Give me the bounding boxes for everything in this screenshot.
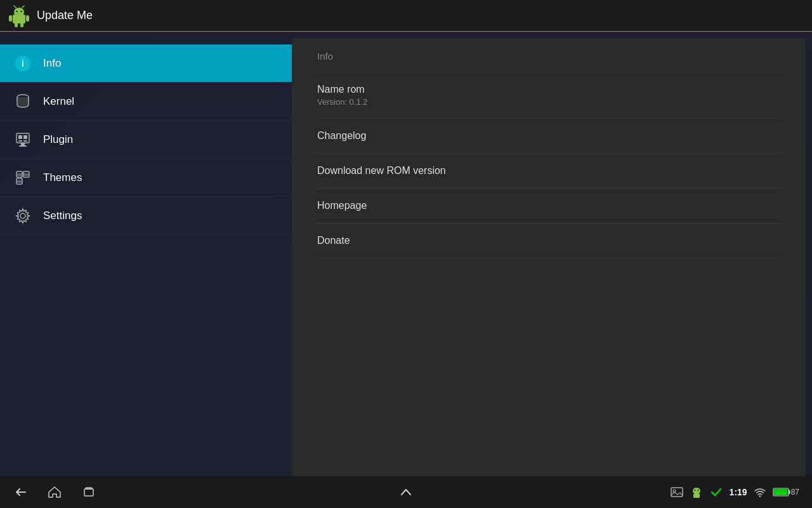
svg-rect-12	[18, 135, 22, 139]
svg-rect-13	[23, 135, 27, 139]
item-subtitle-name-rom: Version: 0.1.2	[317, 97, 780, 107]
top-bar: Update Me	[0, 0, 812, 32]
svg-line-5	[22, 6, 24, 8]
svg-point-27	[20, 213, 25, 218]
sidebar-label-settings: Settings	[43, 210, 82, 222]
main-content: i Info Kernel	[0, 32, 812, 483]
svg-rect-29	[86, 488, 92, 489]
svg-point-34	[697, 490, 698, 491]
app-icon	[8, 4, 30, 27]
check-icon	[709, 485, 723, 499]
nav-left	[13, 485, 96, 500]
database-icon	[13, 91, 33, 112]
sidebar-item-kernel[interactable]: Kernel	[0, 83, 292, 121]
svg-rect-16	[21, 143, 25, 145]
sidebar-item-settings[interactable]: Settings	[0, 197, 292, 235]
divider-5	[317, 258, 780, 258]
svg-rect-39	[774, 489, 787, 495]
content-item-donate[interactable]: Donate	[292, 224, 806, 258]
item-title-donate: Donate	[317, 235, 780, 246]
content-item-name-rom[interactable]: Name rom Version: 0.1.2	[292, 72, 806, 118]
sidebar-item-info[interactable]: i Info	[0, 44, 292, 83]
up-button[interactable]	[397, 483, 415, 501]
settings-icon	[13, 206, 33, 226]
battery-icon: 87	[773, 487, 799, 497]
svg-point-36	[759, 495, 760, 497]
svg-rect-8	[15, 23, 18, 27]
content-item-homepage[interactable]: Homepage	[292, 189, 806, 223]
item-title-homepage: Homepage	[317, 200, 780, 211]
svg-rect-17	[19, 145, 27, 147]
gallery-icon	[670, 485, 684, 499]
item-title-changelog: Changelog	[317, 130, 780, 142]
android-status-icon	[690, 486, 703, 498]
svg-rect-9	[20, 23, 23, 27]
nav-right: 1:19 87	[670, 485, 799, 499]
wifi-icon	[754, 486, 766, 498]
svg-rect-30	[671, 488, 683, 497]
bottom-nav: 1:19 87	[0, 476, 812, 508]
svg-rect-15	[23, 140, 27, 142]
item-title-download: Download new ROM version	[317, 165, 780, 177]
nav-center	[397, 483, 415, 501]
svg-rect-14	[18, 140, 22, 142]
back-button[interactable]	[13, 485, 28, 500]
content-title: Info	[292, 51, 806, 72]
home-button[interactable]	[47, 485, 62, 500]
svg-point-3	[20, 10, 22, 11]
sidebar-label-plugin: Plugin	[43, 133, 73, 146]
sidebar-label-kernel: Kernel	[43, 95, 74, 108]
sidebar-item-themes[interactable]: Themes	[0, 159, 292, 197]
themes-icon	[13, 168, 33, 188]
content-panel: Info Name rom Version: 0.1.2 Changelog D…	[292, 38, 806, 476]
recents-button[interactable]	[81, 485, 96, 500]
svg-point-32	[693, 488, 700, 494]
svg-point-1	[14, 8, 24, 17]
svg-point-2	[16, 10, 17, 11]
content-item-changelog[interactable]: Changelog	[292, 119, 806, 153]
app-title: Update Me	[37, 9, 93, 22]
status-time: 1:19	[730, 487, 747, 497]
item-title-name-rom: Name rom	[317, 84, 780, 95]
svg-point-33	[694, 490, 695, 491]
sidebar-label-info: Info	[43, 57, 61, 70]
content-item-download[interactable]: Download new ROM version	[292, 154, 806, 188]
svg-line-4	[14, 6, 16, 8]
plugin-icon	[13, 130, 33, 150]
svg-rect-35	[693, 493, 700, 498]
battery-percent: 87	[791, 488, 799, 497]
sidebar-item-plugin[interactable]: Plugin	[0, 121, 292, 159]
svg-rect-38	[789, 490, 790, 494]
svg-rect-28	[84, 489, 93, 496]
svg-rect-6	[9, 15, 12, 22]
svg-rect-7	[26, 15, 29, 22]
info-icon: i	[13, 53, 33, 74]
sidebar: i Info Kernel	[0, 32, 292, 483]
sidebar-label-themes: Themes	[43, 171, 82, 184]
